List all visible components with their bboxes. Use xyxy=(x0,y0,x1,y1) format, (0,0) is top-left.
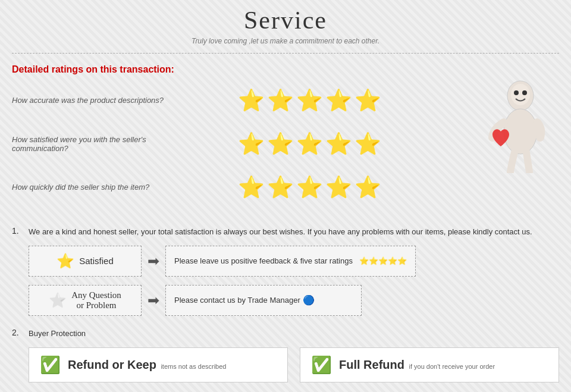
question-box: ⭐ Any Question or Problem xyxy=(29,285,142,316)
question-label: Any Question or Problem xyxy=(71,290,121,311)
trade-manager-icon: 🔵 xyxy=(300,294,315,306)
numbered-item-2: 2. Buyer Protection ✅ Refund or Keep ite… xyxy=(12,328,559,382)
item2-title: Buyer Protection xyxy=(29,328,86,340)
rating-stars-3: ⭐ ⭐ ⭐ ⭐ ⭐ xyxy=(238,177,381,198)
ratings-questions: How accurate was the product description… xyxy=(12,84,559,214)
protection2-content: Full Refund if you don't receive your or… xyxy=(339,358,495,372)
star-1-4: ⭐ xyxy=(325,90,352,111)
rating-row-2: How satisfied were you with the seller's… xyxy=(12,127,559,160)
protection-boxes: ✅ Refund or Keep items not as described … xyxy=(29,347,559,382)
star-1-1: ⭐ xyxy=(238,90,265,111)
header-subtitle: Truly love coming ,let us make a commitm… xyxy=(0,37,571,45)
divider xyxy=(12,53,559,54)
satisfied-box: ⭐ Satisfied xyxy=(29,246,142,277)
figure-placeholder xyxy=(488,78,547,173)
svg-point-3 xyxy=(522,90,527,95)
ratings-title: Detailed ratings on this transaction: xyxy=(12,64,559,75)
item2-number: 2. xyxy=(12,328,24,337)
star-2-2: ⭐ xyxy=(267,133,294,155)
question-star-icon: ⭐ xyxy=(49,292,67,309)
star-3-3: ⭐ xyxy=(296,177,323,198)
rating-question-2: How satisfied were you with the seller's… xyxy=(12,135,190,153)
numbered-item-1: 1. We are a kind and honest seller, your… xyxy=(12,226,559,316)
question-flow: ⭐ Any Question or Problem ➡ Please conta… xyxy=(29,285,559,316)
rating-stars-2: ⭐ ⭐ ⭐ ⭐ ⭐ xyxy=(238,133,381,155)
rating-row-3: How quickly did the seller ship the item… xyxy=(12,171,559,203)
page-container: Service Truly love coming ,let us make a… xyxy=(0,0,571,392)
star-3-5: ⭐ xyxy=(354,177,381,198)
question-action-text: Please contact us by Trade Manager xyxy=(174,296,300,305)
item1-number: 1. xyxy=(12,226,24,236)
satisfied-label: Satisfied xyxy=(79,256,114,266)
item1-header: 1. We are a kind and honest seller, your… xyxy=(12,226,559,239)
svg-point-4 xyxy=(504,109,537,154)
page-title: Service xyxy=(0,6,571,35)
star-2-4: ⭐ xyxy=(325,133,352,155)
rating-question-3: How quickly did the seller ship the item… xyxy=(12,183,190,192)
rating-stars-1: ⭐ ⭐ ⭐ ⭐ ⭐ xyxy=(238,90,381,111)
numbered-section: 1. We are a kind and honest seller, your… xyxy=(12,226,559,382)
arrow-icon-1: ➡ xyxy=(148,253,159,269)
satisfied-action-text: Please leave us positive feedback & five… xyxy=(174,256,407,265)
protection2-title: Full Refund xyxy=(339,358,404,371)
star-2-3: ⭐ xyxy=(296,133,323,155)
star-1-5: ⭐ xyxy=(354,90,381,111)
checkmark-icon-2: ✅ xyxy=(311,355,332,375)
star-3-4: ⭐ xyxy=(325,177,352,198)
star-2-1: ⭐ xyxy=(238,133,265,155)
protection1-title: Refund or Keep xyxy=(68,358,156,371)
star-1-3: ⭐ xyxy=(296,90,323,111)
star-1-2: ⭐ xyxy=(267,90,294,111)
protection2-subtitle: if you don't receive your order xyxy=(407,363,495,370)
protection-box-2: ✅ Full Refund if you don't receive your … xyxy=(300,347,559,382)
question-result-box: Please contact us by Trade Manager 🔵 xyxy=(165,285,362,316)
protection1-content: Refund or Keep items not as described xyxy=(68,358,226,372)
item2-header: 2. Buyer Protection xyxy=(12,328,559,340)
item1-text: We are a kind and honest seller, your to… xyxy=(29,226,532,239)
seller-figure-svg xyxy=(488,78,547,173)
main-content: Detailed ratings on this transaction: Ho… xyxy=(0,58,571,392)
satisfied-result-box: Please leave us positive feedback & five… xyxy=(165,246,416,277)
rating-question-1: How accurate was the product description… xyxy=(12,96,190,105)
protection1-subtitle: items not as described xyxy=(159,363,226,370)
svg-point-1 xyxy=(511,84,530,105)
satisfied-flow: ⭐ Satisfied ➡ Please leave us positive f… xyxy=(29,246,559,277)
star-2-5: ⭐ xyxy=(354,133,381,155)
protection-box-1: ✅ Refund or Keep items not as described xyxy=(29,347,288,382)
arrow-icon-2: ➡ xyxy=(148,292,159,309)
ratings-area: How accurate was the product description… xyxy=(12,84,559,214)
star-3-2: ⭐ xyxy=(267,177,294,198)
star-3-1: ⭐ xyxy=(238,177,265,198)
svg-point-2 xyxy=(514,90,519,95)
header-section: Service Truly love coming ,let us make a… xyxy=(0,0,571,48)
rating-row-1: How accurate was the product description… xyxy=(12,84,559,117)
checkmark-icon-1: ✅ xyxy=(40,355,61,375)
satisfied-star-icon: ⭐ xyxy=(57,253,74,269)
result-stars: ⭐⭐⭐⭐⭐ xyxy=(359,256,407,265)
